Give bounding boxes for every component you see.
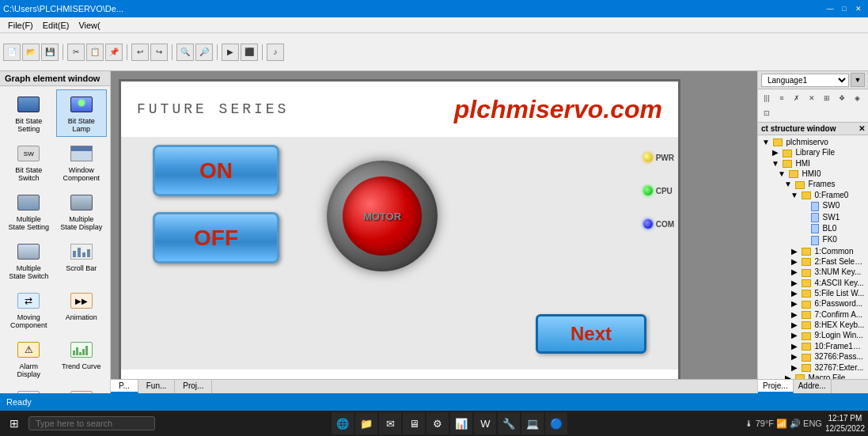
search-input[interactable]	[28, 416, 155, 430]
tree-9login[interactable]: ▶ 9:Login Win...	[760, 330, 866, 340]
sidebar-item-moving-component[interactable]: ⇄ MovingComponent	[3, 286, 55, 333]
tree-bl0[interactable]: BL0	[760, 223, 866, 234]
taskbar-app10[interactable]: 🔵	[545, 412, 567, 434]
toolbar-open[interactable]: 📂	[22, 44, 40, 61]
tree-7confirm[interactable]: ▶ 7:Confirm A...	[760, 309, 866, 320]
toolbar-new[interactable]: 📄	[3, 44, 21, 61]
led-cpu-dot	[643, 186, 653, 195]
rtool-4[interactable]: ✕	[805, 91, 819, 105]
toolbar-save[interactable]: 💾	[41, 44, 59, 61]
toolbar-zoom-out[interactable]: 🔎	[195, 44, 213, 61]
tree-root[interactable]: ▼ plchmiservo	[760, 137, 866, 147]
taskbar-app9[interactable]: 💻	[521, 412, 544, 434]
tree-4ascii[interactable]: ▶ 4:ASCII Key...	[760, 278, 866, 288]
tab-proj[interactable]: Proj...	[175, 380, 212, 393]
tree-frames[interactable]: ▼ Frames	[760, 179, 866, 189]
sidebar-item-multiple-state-display[interactable]: MultipleState Display	[56, 188, 108, 235]
sidebar-item-bit-state-lamp[interactable]: Bit StateLamp	[56, 89, 108, 137]
moving-component-icon: ⇄	[16, 290, 41, 312]
tray-network: 📶	[776, 419, 787, 429]
menu-file[interactable]: File(F)	[3, 17, 38, 32]
tree-frame0[interactable]: ▼ 0:Frame0	[760, 190, 866, 200]
sidebar-item-alarm-display[interactable]: ⚠ AlarmDisplay	[3, 335, 55, 382]
led-cpu-row: CPU	[643, 186, 674, 195]
language-select[interactable]: Language1	[761, 74, 849, 87]
toolbar-zoom-in[interactable]: 🔍	[176, 44, 194, 61]
minimize-button[interactable]: —	[824, 2, 836, 15]
taskbar-app6[interactable]: 📊	[450, 412, 472, 434]
toolbar-cut[interactable]: ✂	[67, 44, 85, 61]
tree-1common[interactable]: ▶ 1:Common	[760, 246, 866, 256]
rtool-7[interactable]: ◈	[850, 91, 864, 105]
next-button[interactable]: Next	[536, 314, 646, 354]
tree-5file[interactable]: ▶ 5:File List W...	[760, 288, 866, 298]
tree-3num[interactable]: ▶ 3:NUM Key...	[760, 267, 866, 277]
toolbar-redo[interactable]: ↪	[150, 44, 168, 61]
tree-sw1[interactable]: SW1	[760, 212, 866, 223]
sidebar-item-trend-curve[interactable]: Trend Curve	[56, 335, 108, 382]
toolbar-sep2	[127, 44, 127, 60]
rtool-6[interactable]: ❖	[835, 91, 849, 105]
start-button[interactable]: ⊞	[3, 412, 25, 434]
sidebar-item-bit-state-setting[interactable]: Bit StateSetting	[3, 89, 55, 137]
taskbar-explorer[interactable]: 📁	[355, 412, 377, 434]
sidebar-item-bit-state-switch[interactable]: SW Bit StateSwitch	[3, 138, 55, 186]
tree-fk0[interactable]: FK0	[760, 234, 866, 245]
sidebar-item-window-component[interactable]: WindowComponent	[56, 138, 108, 186]
taskbar-mail[interactable]: ✉	[379, 412, 401, 434]
taskbar-app8[interactable]: 🔧	[498, 412, 520, 434]
tree-header-close[interactable]: ✕	[859, 124, 865, 133]
tab-fun[interactable]: Fun...	[138, 380, 176, 393]
tree-32767[interactable]: ▶ 32767:Exter...	[760, 362, 866, 373]
led-pwr-label: PWR	[656, 154, 674, 162]
right-tab-proje[interactable]: Proje...	[758, 380, 794, 393]
right-tab-addre[interactable]: Addre...	[794, 380, 832, 393]
sidebar-item-xy-plot[interactable]: XY XY Plot	[3, 384, 55, 393]
sidebar-item-scroll-bar[interactable]: Scroll Bar	[56, 237, 108, 284]
sidebar-item-multiple-state-switch[interactable]: MultipleState Switch	[3, 237, 55, 284]
multiple-state-switch-icon	[16, 241, 41, 263]
rtool-1[interactable]: |||	[760, 91, 774, 105]
taskbar-word[interactable]: W	[474, 412, 496, 434]
lang-dropdown-btn[interactable]: ▼	[851, 73, 865, 87]
toolbar-undo[interactable]: ↩	[131, 44, 149, 61]
tree-hmi[interactable]: ▼ HMI	[760, 158, 866, 169]
sidebar-item-bar-picture[interactable]: Bar Picture	[56, 384, 108, 393]
window-component-icon	[69, 142, 94, 165]
tree-macro[interactable]: ▶ Macro File	[760, 373, 866, 379]
taskbar-right: 🌡 79°F 📶 🔊 ENG 12:17 PM 12/25/2022	[745, 413, 865, 434]
tree-hmi0[interactable]: ▼ HMI0	[760, 169, 866, 179]
on-button[interactable]: ON	[153, 145, 279, 196]
tree-8hex[interactable]: ▶ 8:HEX Keyb...	[760, 320, 866, 330]
rtool-3[interactable]: ✗	[790, 91, 804, 105]
toolbar-note[interactable]: ♪	[267, 44, 284, 61]
off-button[interactable]: OFF	[153, 212, 279, 263]
motor-indicator: MOTOR	[327, 161, 438, 271]
tree-sw0[interactable]: SW0	[760, 200, 866, 211]
toolbar-stop[interactable]: ⬛	[241, 44, 258, 61]
tab-p[interactable]: P...	[111, 380, 138, 393]
toolbar-copy[interactable]: 📋	[86, 44, 104, 61]
taskbar-time[interactable]: 12:17 PM 12/25/2022	[825, 413, 865, 434]
rtool-2[interactable]: ≡	[775, 91, 789, 105]
sidebar-item-multiple-state-setting[interactable]: MultipleState Setting	[3, 188, 55, 235]
taskbar-app5[interactable]: ⚙	[426, 412, 449, 434]
toolbar-paste[interactable]: 📌	[105, 44, 123, 61]
sidebar-item-animation[interactable]: ▶▶ Animation	[56, 286, 108, 333]
hmi-canvas-wrapper[interactable]: Future Series plchmiservo.com ON OFF MOT…	[111, 71, 757, 379]
tree-library-file[interactable]: ▶ Library File	[760, 147, 866, 157]
taskbar-browser[interactable]: 🌐	[332, 412, 354, 434]
rtool-5[interactable]: ⊞	[820, 91, 834, 105]
menu-view[interactable]: View(	[74, 17, 104, 32]
toolbar-run[interactable]: ▶	[222, 44, 239, 61]
led-com-row: COM	[643, 219, 674, 229]
tree-6pass[interactable]: ▶ 6:Password...	[760, 298, 866, 309]
tree-2fast[interactable]: ▶ 2:Fast Selec...	[760, 256, 866, 267]
tree-10frame[interactable]: ▶ 10:Frame1C...	[760, 341, 866, 351]
rtool-8[interactable]: ⊡	[760, 106, 774, 120]
taskbar-app4[interactable]: 🖥	[403, 412, 425, 434]
maximize-button[interactable]: □	[838, 2, 851, 15]
menu-edit[interactable]: Edit(E)	[38, 17, 74, 32]
tree-32766[interactable]: ▶ 32766:Pass...	[760, 351, 866, 362]
close-button[interactable]: ✕	[852, 2, 865, 15]
